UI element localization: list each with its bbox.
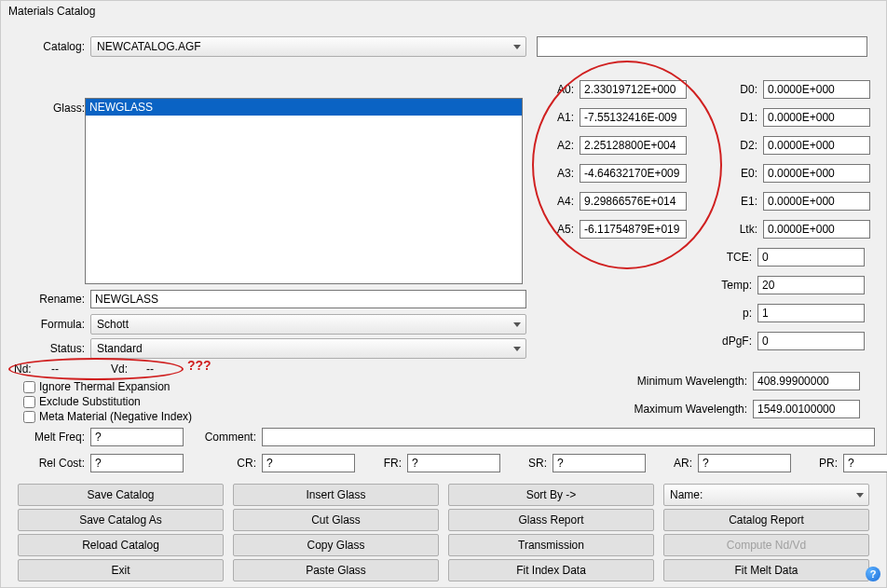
fr-input[interactable] bbox=[407, 454, 500, 472]
a2-label: A2: bbox=[537, 139, 580, 152]
formula-label: Formula: bbox=[18, 318, 90, 331]
a1-input[interactable] bbox=[580, 108, 687, 127]
rename-label: Rename: bbox=[18, 293, 90, 306]
dpgf-label: dPgF: bbox=[705, 335, 757, 348]
save-catalog-button[interactable]: Save Catalog bbox=[18, 484, 224, 506]
a3-label: A3: bbox=[537, 167, 580, 180]
a4-input[interactable] bbox=[580, 192, 687, 211]
comment-label: Comment: bbox=[184, 431, 262, 444]
nd-label: Nd: bbox=[14, 362, 38, 376]
tce-input[interactable] bbox=[757, 248, 865, 267]
sr-label: SR: bbox=[500, 457, 553, 470]
search-input[interactable] bbox=[537, 36, 867, 57]
insert-glass-button[interactable]: Insert Glass bbox=[233, 484, 439, 506]
ar-label: AR: bbox=[646, 457, 698, 470]
sr-input[interactable] bbox=[553, 454, 646, 472]
save-catalog-as-button[interactable]: Save Catalog As bbox=[18, 509, 224, 531]
fit-index-button[interactable]: Fit Index Data bbox=[448, 559, 654, 581]
e1-label: E1: bbox=[711, 195, 763, 208]
d0-label: D0: bbox=[711, 83, 763, 96]
help-icon[interactable]: ? bbox=[866, 567, 880, 581]
temp-input[interactable] bbox=[757, 276, 865, 294]
glass-list-item[interactable]: NEWGLASS bbox=[86, 99, 522, 116]
dpgf-input[interactable] bbox=[757, 332, 865, 350]
a3-input[interactable] bbox=[580, 164, 687, 183]
temp-label: Temp: bbox=[705, 279, 757, 292]
exclude-substitution-checkbox[interactable]: Exclude Substitution bbox=[23, 394, 192, 409]
pr-input[interactable] bbox=[843, 454, 887, 472]
materials-catalog-window: Materials Catalog Catalog: NEWCATALOG.AG… bbox=[0, 0, 887, 588]
a5-input[interactable] bbox=[580, 220, 687, 239]
exit-button[interactable]: Exit bbox=[18, 559, 224, 581]
vd-value: -- bbox=[133, 362, 167, 376]
status-select[interactable]: Standard bbox=[90, 338, 526, 359]
transmission-button[interactable]: Transmission bbox=[448, 534, 654, 556]
melt-freq-label: Melt Freq: bbox=[18, 431, 90, 444]
max-wave-input[interactable] bbox=[753, 400, 860, 418]
d1-input[interactable] bbox=[763, 108, 870, 127]
ar-input[interactable] bbox=[698, 454, 791, 472]
min-wave-input[interactable] bbox=[753, 372, 860, 390]
catalog-select[interactable]: NEWCATALOG.AGF bbox=[90, 36, 526, 57]
annotation-question: ??? bbox=[187, 358, 212, 373]
tce-label: TCE: bbox=[705, 251, 757, 264]
sort-by-button[interactable]: Sort By -> bbox=[448, 484, 654, 506]
fit-melt-button[interactable]: Fit Melt Data bbox=[663, 559, 869, 581]
d2-label: D2: bbox=[711, 139, 763, 152]
comment-input[interactable] bbox=[262, 428, 875, 446]
formula-select[interactable]: Schott bbox=[90, 314, 526, 335]
nd-value: -- bbox=[38, 362, 72, 376]
ltk-label: Ltk: bbox=[711, 223, 763, 236]
rel-cost-input[interactable] bbox=[90, 454, 184, 472]
content-area: Catalog: NEWCATALOG.AGF Glass: NEWGLASS … bbox=[1, 21, 886, 587]
fr-label: FR: bbox=[355, 457, 407, 470]
a0-input[interactable] bbox=[580, 80, 687, 99]
cut-glass-button[interactable]: Cut Glass bbox=[233, 509, 439, 531]
vd-label: Vd: bbox=[72, 362, 133, 376]
a1-label: A1: bbox=[537, 111, 580, 124]
d1-label: D1: bbox=[711, 111, 763, 124]
glass-report-button[interactable]: Glass Report bbox=[448, 509, 654, 531]
catalog-label: Catalog: bbox=[18, 40, 90, 53]
ignore-thermal-checkbox[interactable]: Ignore Thermal Expansion bbox=[23, 379, 192, 394]
max-wave-label: Maximum Wavelength: bbox=[626, 403, 753, 416]
pr-label: PR: bbox=[791, 457, 843, 470]
p-input[interactable] bbox=[757, 304, 865, 322]
p-label: p: bbox=[705, 307, 757, 320]
glass-listbox[interactable]: NEWGLASS bbox=[85, 98, 523, 284]
status-label: Status: bbox=[18, 342, 90, 355]
copy-glass-button[interactable]: Copy Glass bbox=[233, 534, 439, 556]
cr-label: CR: bbox=[184, 457, 262, 470]
window-title: Materials Catalog bbox=[1, 1, 886, 20]
sort-key-select[interactable]: Name: bbox=[663, 484, 869, 506]
rel-cost-label: Rel Cost: bbox=[18, 457, 90, 470]
paste-glass-button[interactable]: Paste Glass bbox=[233, 559, 439, 581]
a0-label: A0: bbox=[537, 83, 580, 96]
d0-input[interactable] bbox=[763, 80, 870, 99]
min-wave-label: Minimum Wavelength: bbox=[626, 375, 753, 388]
a2-input[interactable] bbox=[580, 136, 687, 155]
cr-input[interactable] bbox=[262, 454, 355, 472]
melt-freq-input[interactable] bbox=[90, 428, 184, 446]
a4-label: A4: bbox=[537, 195, 580, 208]
ltk-input[interactable] bbox=[763, 220, 870, 239]
rename-input[interactable] bbox=[90, 290, 526, 308]
e1-input[interactable] bbox=[763, 192, 870, 211]
a5-label: A5: bbox=[537, 223, 580, 236]
e0-input[interactable] bbox=[763, 164, 870, 183]
e0-label: E0: bbox=[711, 167, 763, 180]
glass-label: Glass: bbox=[18, 102, 90, 115]
meta-material-checkbox[interactable]: Meta Material (Negative Index) bbox=[23, 409, 192, 424]
d2-input[interactable] bbox=[763, 136, 870, 155]
reload-catalog-button[interactable]: Reload Catalog bbox=[18, 534, 224, 556]
catalog-report-button[interactable]: Catalog Report bbox=[663, 509, 869, 531]
compute-ndvd-button: Compute Nd/Vd bbox=[663, 534, 869, 556]
